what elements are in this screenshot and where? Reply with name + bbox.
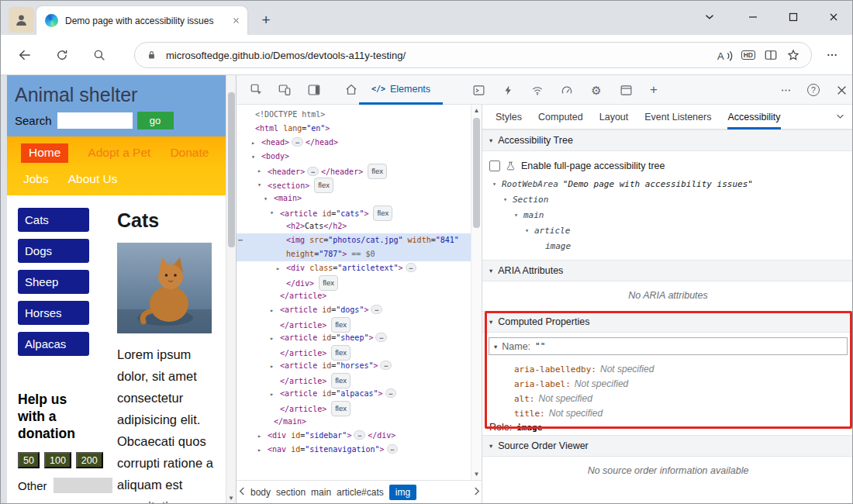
tab-close-icon[interactable] xyxy=(229,14,243,28)
donation-amount-100[interactable]: 100 xyxy=(44,452,71,468)
category-button-dogs[interactable]: Dogs xyxy=(18,239,89,263)
breadcrumb-scroll-left-icon[interactable] xyxy=(239,487,245,495)
console-icon[interactable] xyxy=(469,81,488,99)
site-info-lock-icon[interactable] xyxy=(146,49,157,61)
dom-tree-line[interactable]: ▸<head>…</head> xyxy=(237,136,482,150)
dom-expand-arrow-icon[interactable]: ▾ xyxy=(257,178,265,192)
url-text[interactable]: microsoftedge.github.io/Demos/devtools-a… xyxy=(166,50,708,61)
new-tab-button[interactable]: + xyxy=(257,11,275,29)
back-button[interactable] xyxy=(15,45,35,65)
dom-tree-line[interactable]: </article>flex xyxy=(237,373,482,387)
scroll-up-icon[interactable]: ▲ xyxy=(471,107,482,114)
donation-amount-200[interactable]: 200 xyxy=(76,452,103,468)
dom-tree-line[interactable]: </article> xyxy=(237,289,482,303)
breadcrumb-item-body[interactable]: body xyxy=(250,487,271,498)
tree-expand-icon[interactable]: ▾ xyxy=(492,180,502,188)
go-button[interactable]: go xyxy=(137,112,174,129)
more-tabs-chevron-icon[interactable] xyxy=(836,114,844,119)
devtools-close-icon[interactable] xyxy=(832,81,851,99)
help-icon[interactable]: ? xyxy=(804,81,823,99)
read-aloud-icon[interactable]: A xyxy=(717,48,733,63)
browser-tab[interactable]: Demo page with accessibility issues xyxy=(36,6,247,35)
dom-tree-line[interactable]: <html lang="en"> xyxy=(237,122,482,136)
accessibility-tree-node[interactable]: ▾article xyxy=(489,223,853,238)
dom-tree-line[interactable]: </article>flex xyxy=(237,345,482,359)
accessibility-tree-node[interactable]: ▾Section xyxy=(489,192,853,207)
breadcrumb-item-article#cats[interactable]: article#cats xyxy=(337,487,384,498)
tree-expand-icon[interactable]: ▾ xyxy=(514,211,523,219)
breadcrumb-item-main[interactable]: main xyxy=(311,487,331,498)
flex-badge[interactable]: flex xyxy=(314,178,333,193)
dom-tree-line[interactable]: </article>flex xyxy=(237,317,482,331)
dom-tree-line[interactable]: ▸<article id="sheep">… xyxy=(237,331,482,345)
dom-tree-line[interactable]: </article>flex xyxy=(237,401,482,415)
dom-tree-line[interactable]: ▾<article id="cats">flex xyxy=(237,205,482,219)
dom-tree-line[interactable]: ▸<div id="sidebar">…</div> xyxy=(237,429,482,443)
breadcrumb-item-section[interactable]: section xyxy=(276,487,306,498)
home-icon[interactable] xyxy=(342,81,361,99)
tab-styles[interactable]: Styles xyxy=(496,105,522,129)
donation-other-input[interactable] xyxy=(54,478,112,493)
tab-elements[interactable]: </> Elements xyxy=(359,75,443,105)
tab-layout[interactable]: Layout xyxy=(599,105,629,129)
nav-item-adopt-a-pet[interactable]: Adopt a Pet xyxy=(88,146,150,160)
minimize-button[interactable] xyxy=(736,4,770,30)
flex-badge[interactable]: flex xyxy=(331,373,351,388)
dom-expand-arrow-icon[interactable]: ▸ xyxy=(257,164,265,178)
enable-fullpage-tree-checkbox[interactable] xyxy=(489,161,500,171)
nav-item-home[interactable]: Home xyxy=(21,143,68,163)
section-source-order-viewer[interactable]: ▾ Source Order Viewer xyxy=(482,435,853,457)
flex-badge[interactable]: flex xyxy=(331,345,351,361)
donation-amount-50[interactable]: 50 xyxy=(18,452,40,468)
tree-expand-icon[interactable]: ▾ xyxy=(503,195,513,203)
inspect-element-icon[interactable] xyxy=(247,81,266,99)
issues-icon[interactable] xyxy=(499,81,517,99)
dom-tree-line[interactable]: ▾<section>flex xyxy=(237,178,482,192)
network-conditions-icon[interactable] xyxy=(528,81,547,99)
dom-tree-line[interactable]: ▸<div class="articletext">… xyxy=(237,261,482,275)
dock-panel-icon[interactable] xyxy=(305,81,323,99)
performance-icon[interactable] xyxy=(558,81,576,99)
refresh-button[interactable] xyxy=(52,45,72,65)
dom-tree-line[interactable]: height="787"> == $0 xyxy=(237,247,482,261)
section-aria-attributes[interactable]: ▾ ARIA Attributes xyxy=(482,260,853,281)
search-icon[interactable] xyxy=(89,45,109,65)
dom-scrollbar-thumb[interactable] xyxy=(473,118,480,228)
profile-button[interactable] xyxy=(9,7,34,33)
section-computed-properties[interactable]: ▾ Computed Properties xyxy=(482,311,853,333)
nav-item-jobs[interactable]: Jobs xyxy=(23,172,49,186)
split-screen-icon[interactable] xyxy=(764,48,778,62)
tab-event-listeners[interactable]: Event Listeners xyxy=(644,105,711,129)
dom-expand-arrow-icon[interactable]: ▾ xyxy=(251,150,259,164)
nav-item-about-us[interactable]: About Us xyxy=(68,172,118,186)
tab-accessibility[interactable]: Accessibility xyxy=(727,105,780,129)
dom-expand-arrow-icon[interactable]: ▸ xyxy=(276,261,284,275)
computed-name-row[interactable]: ▾ Name: "" xyxy=(489,337,848,355)
nav-item-donate[interactable]: Donate xyxy=(170,146,209,160)
dom-tree-line[interactable]: ▸<article id="alpacas">… xyxy=(237,387,482,401)
scroll-down-icon[interactable]: ▼ xyxy=(471,471,482,478)
dom-expand-arrow-icon[interactable]: ▸ xyxy=(257,429,265,443)
dom-expand-arrow-icon[interactable]: ▸ xyxy=(270,359,278,373)
accessibility-tree-node[interactable]: ▾main xyxy=(489,207,853,223)
breadcrumb-item-img[interactable]: img xyxy=(389,485,416,500)
dom-tree-line[interactable]: ⋯<img src="photos/cat.jpg" width="841" xyxy=(237,233,482,247)
dom-expand-arrow-icon[interactable]: ▸ xyxy=(270,387,278,401)
dom-tree-line[interactable]: </div>flex xyxy=(237,275,482,289)
category-button-alpacas[interactable]: Alpacas xyxy=(18,332,89,356)
tab-actions-chevron-icon[interactable] xyxy=(692,4,727,30)
category-button-sheep[interactable]: Sheep xyxy=(18,270,89,294)
scroll-down-icon[interactable]: ▼ xyxy=(226,495,236,502)
flex-badge[interactable]: flex xyxy=(331,317,351,333)
favorites-star-icon[interactable] xyxy=(786,48,800,62)
dom-tree-line[interactable]: ▾<body> xyxy=(237,150,482,164)
section-accessibility-tree[interactable]: ▾ Accessibility Tree xyxy=(482,129,853,151)
address-bar[interactable]: microsoftedge.github.io/Demos/devtools-a… xyxy=(134,42,812,68)
add-panel-icon[interactable]: + xyxy=(644,81,663,99)
flex-badge[interactable]: flex xyxy=(373,205,392,221)
dom-expand-arrow-icon[interactable]: ▾ xyxy=(270,205,278,219)
accessibility-tree-node[interactable]: ▾RootWebArea"Demo page with accessibilit… xyxy=(489,176,853,192)
dom-tree-line[interactable]: ▸<header>…</header>flex xyxy=(237,164,482,178)
hd-badge-icon[interactable]: HD xyxy=(741,50,755,60)
dom-tree-line[interactable]: ▾<main> xyxy=(237,192,482,205)
